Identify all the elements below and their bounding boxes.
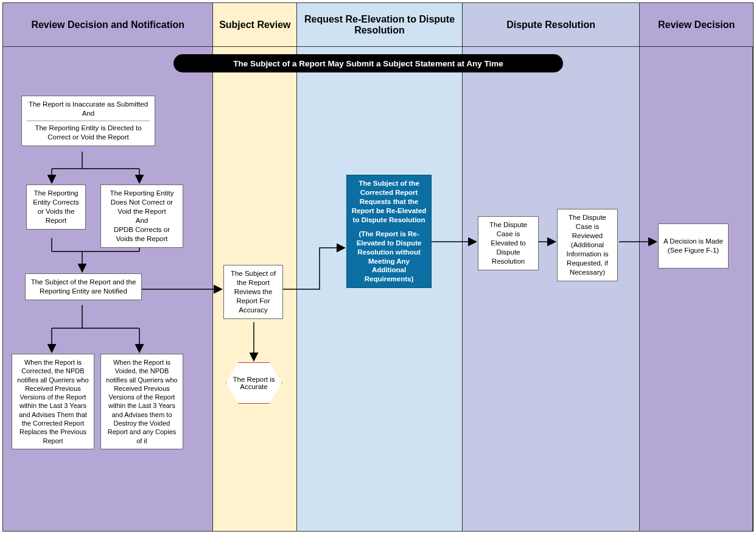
- header-col5: Review Decision: [640, 3, 753, 46]
- header-col1: Review Decision and Notification: [3, 3, 213, 46]
- text-when-voided: When the Report is Voided, the NPDB noti…: [105, 358, 179, 445]
- box-when-voided: When the Report is Voided, the NPDB noti…: [100, 354, 183, 449]
- box-when-corrected: When the Report is Corrected, the NPDB n…: [12, 354, 94, 449]
- text-inaccurate-and: And: [26, 109, 151, 118]
- text-inaccurate-l2: The Reporting Entity is Directed to Corr…: [26, 124, 151, 142]
- box-subject-reviews: The Subject of the Report Reviews the Re…: [223, 265, 283, 319]
- header-col2: Subject Review: [213, 3, 297, 46]
- box-decision-made: A Decision is Made (See Figure F-1): [658, 223, 729, 269]
- text-blue-sub: (The Report is Re-Elevated to Dispute Re…: [351, 230, 427, 284]
- box-request-re-elevation: The Subject of the Corrected Report Requ…: [346, 175, 432, 288]
- text-hex: The Report is Accurate: [233, 376, 275, 390]
- box-entity-not-correct: The Reporting Entity Does Not Correct or…: [100, 184, 183, 248]
- text-dispute-elevated: The Dispute Case is Elevated to Dispute …: [482, 220, 534, 266]
- text-enc-l2: DPDB Corrects or Voids the Report: [105, 225, 179, 244]
- header-col3: Request Re-Elevation to Dispute Resoluti…: [297, 3, 463, 46]
- lane-5: [640, 47, 753, 532]
- text-enc-l1: The Reporting Entity Does Not Correct or…: [105, 189, 179, 216]
- box-dispute-elevated: The Dispute Case is Elevated to Dispute …: [478, 216, 539, 270]
- text-subject-reviews: The Subject of the Report Reviews the Re…: [228, 269, 279, 315]
- text-blue-main: The Subject of the Corrected Report Requ…: [351, 179, 427, 225]
- header-row: Review Decision and Notification Subject…: [3, 3, 753, 47]
- box-report-inaccurate: The Report is Inaccurate as Submitted An…: [21, 96, 155, 146]
- text-notify: The Subject of the Report and the Report…: [29, 278, 138, 296]
- text-dispute-reviewed: The Dispute Case is Reviewed (Additional…: [561, 213, 614, 277]
- banner: The Subject of a Report May Submit a Sub…: [173, 54, 563, 72]
- text-decision: A Decision is Made (See Figure F-1): [662, 237, 724, 255]
- text-when-corrected: When the Report is Corrected, the NPDB n…: [16, 358, 90, 445]
- box-entity-corrects: The Reporting Entity Corrects or Voids t…: [26, 184, 86, 230]
- swimlane-diagram: Review Decision and Notification Subject…: [2, 2, 754, 532]
- divider: [27, 121, 150, 121]
- text-enc-and: And: [105, 216, 179, 225]
- box-dispute-reviewed: The Dispute Case is Reviewed (Additional…: [557, 209, 618, 281]
- text-inaccurate-l1: The Report is Inaccurate as Submitted: [26, 100, 151, 109]
- lane-4: [463, 47, 640, 532]
- text-entity-corrects: The Reporting Entity Corrects or Voids t…: [30, 189, 82, 225]
- box-notify: The Subject of the Report and the Report…: [25, 273, 142, 300]
- lane-3: [297, 47, 463, 532]
- header-col4: Dispute Resolution: [463, 3, 640, 46]
- body-row: The Subject of a Report May Submit a Sub…: [3, 47, 753, 532]
